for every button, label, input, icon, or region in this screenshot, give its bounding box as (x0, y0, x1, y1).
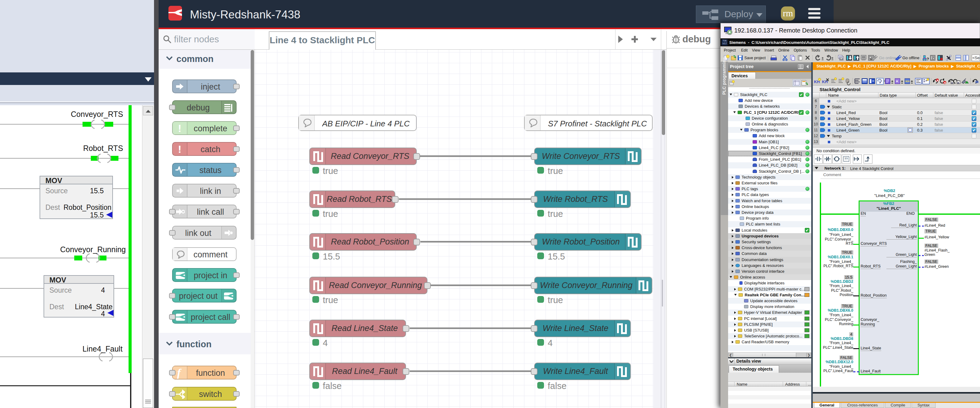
svg-text:✖: ✖ (937, 79, 939, 82)
svg-text:?: ? (927, 57, 929, 61)
svg-text:Go offline: Go offline (902, 56, 919, 60)
svg-text:Save project: Save project (745, 56, 766, 60)
svg-text:01: 01 (840, 58, 843, 60)
svg-text:...: ... (878, 80, 880, 83)
svg-text:★: ★ (896, 79, 898, 83)
svg-text:Go online: Go online (879, 56, 896, 60)
svg-text:KH: KH (905, 80, 910, 83)
svg-text:✖: ✖ (944, 82, 946, 84)
svg-text:??: ?? (845, 157, 848, 161)
